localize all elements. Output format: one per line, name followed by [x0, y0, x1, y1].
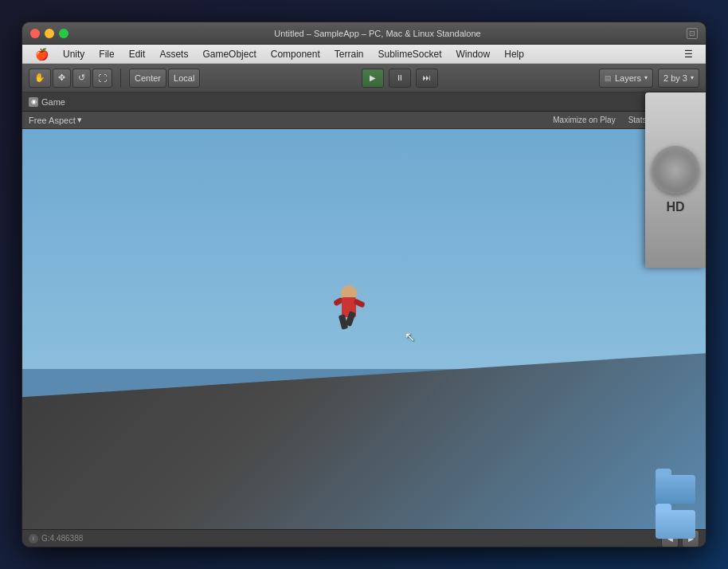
- status-value: G:4.486388: [41, 534, 83, 543]
- menu-edit[interactable]: Edit: [123, 47, 152, 61]
- main-window: Untitled – SampleApp – PC, Mac & Linux S…: [22, 22, 706, 547]
- bottom-section: ↩ 📖 ⊞ mark [KISSAKI.Inc] Sign in ドキュメント …: [22, 547, 706, 547]
- aspect-arrow-icon: ▾: [77, 115, 82, 125]
- layout-arrow-icon: ▾: [691, 74, 694, 81]
- aspect-dropdown[interactable]: Free Aspect ▾: [29, 115, 82, 125]
- toolbar-sep-1: [120, 69, 121, 88]
- maximize-on-play-button[interactable]: Maximize on Play: [550, 115, 618, 125]
- hand-tool-button[interactable]: ✋: [29, 69, 51, 88]
- window-icon[interactable]: ⊡: [687, 28, 698, 39]
- window-title: Untitled – SampleApp – PC, Mac & Linux S…: [68, 29, 687, 38]
- minimize-button[interactable]: [45, 29, 54, 38]
- rotate-tool-button[interactable]: ↺: [72, 69, 91, 88]
- menu-component[interactable]: Component: [264, 47, 327, 61]
- step-button[interactable]: ⏭: [416, 69, 438, 88]
- menu-sublimesocket[interactable]: SublimeSocket: [371, 47, 448, 61]
- game-tab-label: Game: [41, 97, 65, 107]
- game-tab[interactable]: ◉ Game: [29, 97, 65, 107]
- menu-window[interactable]: Window: [450, 47, 497, 61]
- main-content: ◉ Game ≡ Free Aspect ▾ Maximize on Play …: [22, 92, 706, 547]
- close-button[interactable]: [30, 29, 40, 38]
- menu-bar: 🍎 Unity File Edit Assets GameObject Comp…: [22, 45, 706, 64]
- pivot-buttons: Center Local: [129, 69, 200, 88]
- game-tab-bar: ◉ Game ≡: [22, 92, 706, 112]
- menu-assets[interactable]: Assets: [153, 47, 194, 61]
- menu-gameobject[interactable]: GameObject: [196, 47, 262, 61]
- pause-button[interactable]: ⏸: [389, 69, 411, 88]
- aspect-label: Free Aspect: [29, 116, 76, 125]
- layout-dropdown[interactable]: 2 by 3 ▾: [658, 69, 699, 88]
- game-tab-icon: ◉: [29, 97, 38, 107]
- hd-label: HD: [652, 200, 699, 214]
- character: [330, 281, 370, 337]
- menu-terrain[interactable]: Terrain: [328, 47, 370, 61]
- play-button[interactable]: ▶: [362, 69, 384, 88]
- move-tool-button[interactable]: ✥: [53, 69, 71, 88]
- playback-controls: ▶ ⏸ ⏭: [362, 69, 438, 88]
- local-label: Local: [174, 73, 194, 83]
- scale-tool-button[interactable]: ⛶: [92, 69, 112, 88]
- menu-list-icon[interactable]: ☰: [678, 47, 699, 61]
- file-folder: [645, 475, 706, 539]
- status-icon: i: [29, 534, 38, 543]
- center-button[interactable]: Center: [129, 69, 166, 88]
- hd-disk-icon: HD: [645, 92, 706, 268]
- status-bar: i G:4.486388 ◀ ▶: [22, 529, 706, 547]
- menu-help[interactable]: Help: [498, 47, 530, 61]
- center-label: Center: [135, 73, 161, 83]
- cursor-icon: ↖: [405, 329, 415, 344]
- local-button[interactable]: Local: [168, 69, 200, 88]
- layout-label: 2 by 3: [663, 73, 687, 83]
- layers-dropdown[interactable]: ▤ Layers ▾: [599, 69, 653, 88]
- apple-menu[interactable]: 🍎: [29, 48, 55, 61]
- layers-arrow-icon: ▾: [644, 74, 648, 81]
- game-view: ◉ Game ≡ Free Aspect ▾ Maximize on Play …: [22, 92, 706, 547]
- traffic-lights: [30, 29, 68, 38]
- layers-label: Layers: [615, 73, 641, 83]
- maximize-button[interactable]: [59, 29, 68, 38]
- title-bar: Untitled – SampleApp – PC, Mac & Linux S…: [22, 22, 706, 45]
- game-options-bar: Free Aspect ▾ Maximize on Play Stats Giz…: [22, 112, 706, 129]
- menu-file[interactable]: File: [92, 47, 120, 61]
- tool-buttons: ✋ ✥ ↺ ⛶: [29, 69, 112, 88]
- menu-unity[interactable]: Unity: [57, 47, 91, 61]
- status-text: i G:4.486388: [29, 534, 83, 543]
- scene-3d: ↖: [22, 129, 706, 529]
- toolbar: ✋ ✥ ↺ ⛶ Center Local ▶ ⏸ ⏭ ▤ Layers ▾ 2 …: [22, 64, 706, 92]
